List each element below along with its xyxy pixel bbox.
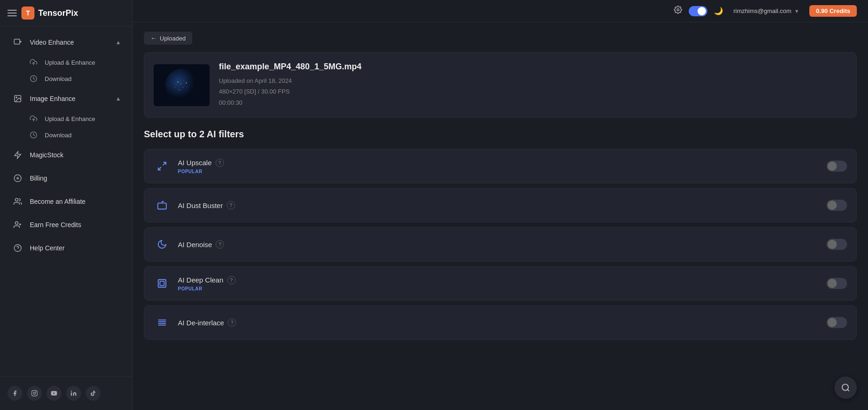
youtube-link[interactable] bbox=[47, 386, 61, 401]
logo: T TensorPix bbox=[21, 7, 78, 20]
sidebar-item-video-download[interactable]: Download bbox=[4, 71, 129, 87]
svg-point-22 bbox=[71, 390, 72, 391]
svg-point-18 bbox=[34, 392, 36, 395]
ai-denoise-details: AI Denoise ? bbox=[178, 240, 819, 249]
toggle-track[interactable] bbox=[689, 6, 707, 16]
linkedin-link[interactable] bbox=[66, 386, 81, 401]
ai-dust-buster-icon bbox=[154, 197, 170, 214]
ai-dust-buster-toggle[interactable] bbox=[827, 200, 847, 211]
toggle-thumb bbox=[698, 7, 706, 15]
user-email: rimzhims@gmail.com bbox=[733, 7, 791, 14]
image-enhance-label: Image Enhance bbox=[30, 95, 110, 102]
svg-point-26 bbox=[165, 69, 198, 101]
back-button[interactable]: ← Uploaded bbox=[144, 32, 192, 45]
ai-upscale-name: AI Upscale ? bbox=[178, 159, 819, 167]
file-name: file_example_MP4_480_1_5MG.mp4 bbox=[219, 62, 847, 72]
breadcrumb: ← Uploaded bbox=[144, 32, 857, 45]
sidebar-item-affiliate[interactable]: Become an Affiliate bbox=[4, 190, 129, 213]
ai-dust-buster-details: AI Dust Buster ? bbox=[178, 201, 819, 209]
magicstock-icon bbox=[11, 148, 24, 161]
svg-rect-0 bbox=[14, 39, 20, 44]
user-dropdown[interactable]: rimzhims@gmail.com ▼ bbox=[730, 6, 803, 16]
ai-de-interlace-help[interactable]: ? bbox=[228, 318, 236, 327]
credits-badge[interactable]: 0.90 Credits bbox=[809, 5, 857, 17]
video-enhance-label: Video Enhance bbox=[30, 39, 110, 46]
main-area: 🌙 rimzhims@gmail.com ▼ 0.90 Credits ← Up… bbox=[133, 0, 868, 410]
ai-upscale-toggle[interactable] bbox=[827, 161, 847, 172]
file-card: file_example_MP4_480_1_5MG.mp4 Uploaded … bbox=[144, 52, 857, 118]
ai-de-interlace-name: AI De-interlace ? bbox=[178, 318, 819, 327]
settings-icon[interactable] bbox=[674, 6, 682, 16]
ai-deep-clean-toggle[interactable] bbox=[827, 278, 847, 289]
file-duration: 00:00:30 bbox=[219, 99, 243, 106]
ai-dust-buster-help[interactable]: ? bbox=[227, 201, 235, 209]
magicstock-label: MagicStock bbox=[30, 151, 63, 159]
svg-rect-21 bbox=[71, 392, 72, 396]
ai-de-interlace-details: AI De-interlace ? bbox=[178, 318, 819, 327]
sidebar-item-image-enhance[interactable]: Image Enhance ▲ bbox=[4, 87, 129, 110]
sidebar-item-video-upload[interactable]: Upload & Enhance bbox=[4, 54, 129, 70]
sidebar-bottom bbox=[0, 376, 132, 410]
sidebar-item-free-credits[interactable]: Earn Free Credits bbox=[4, 214, 129, 236]
svg-point-33 bbox=[179, 89, 180, 90]
sidebar-item-image-download[interactable]: Download bbox=[4, 127, 129, 143]
filter-row-ai-denoise: AI Denoise ? bbox=[144, 227, 857, 262]
back-label: Uploaded bbox=[160, 35, 186, 42]
svg-point-35 bbox=[183, 87, 183, 87]
sidebar-item-image-upload[interactable]: Upload & Enhance bbox=[4, 111, 129, 127]
ai-denoise-toggle[interactable] bbox=[827, 239, 847, 250]
svg-rect-37 bbox=[158, 280, 166, 288]
sidebar-item-billing[interactable]: Billing bbox=[4, 167, 129, 189]
instagram-link[interactable] bbox=[27, 386, 42, 401]
search-fab-button[interactable] bbox=[834, 376, 857, 399]
svg-point-4 bbox=[16, 97, 17, 98]
theme-toggle[interactable] bbox=[689, 6, 707, 16]
cloud-upload-icon-image bbox=[30, 115, 39, 122]
file-meta: Uploaded on April 18, 2024 480×270 [SD] … bbox=[219, 75, 847, 108]
tiktok-link[interactable] bbox=[86, 386, 101, 401]
billing-label: Billing bbox=[30, 175, 47, 182]
ai-deep-clean-popular-badge: POPULAR bbox=[178, 286, 819, 291]
ai-dust-buster-name: AI Dust Buster ? bbox=[178, 201, 819, 209]
ai-de-interlace-toggle[interactable] bbox=[827, 317, 847, 328]
filters-title: Select up to 2 AI filters bbox=[144, 129, 857, 140]
svg-rect-17 bbox=[32, 390, 37, 396]
video-upload-label: Upload & Enhance bbox=[45, 59, 95, 66]
ai-deep-clean-toggle-knob bbox=[827, 279, 837, 288]
svg-point-12 bbox=[15, 222, 18, 224]
ai-denoise-toggle-knob bbox=[827, 240, 837, 249]
ai-upscale-help[interactable]: ? bbox=[216, 159, 224, 167]
file-thumbnail bbox=[154, 64, 210, 106]
svg-rect-38 bbox=[160, 282, 164, 286]
file-info: file_example_MP4_480_1_5MG.mp4 Uploaded … bbox=[219, 62, 847, 108]
topbar: 🌙 rimzhims@gmail.com ▼ 0.90 Credits bbox=[133, 0, 868, 22]
ai-de-interlace-icon bbox=[154, 314, 170, 331]
sidebar-item-video-enhance[interactable]: Video Enhance ▲ bbox=[4, 31, 129, 54]
ai-deep-clean-name: AI Deep Clean ? bbox=[178, 276, 819, 284]
svg-point-34 bbox=[176, 84, 176, 84]
ai-denoise-icon bbox=[154, 236, 170, 253]
free-credits-icon bbox=[11, 218, 24, 231]
image-enhance-icon bbox=[11, 92, 24, 105]
sidebar-item-help[interactable]: Help Center bbox=[4, 237, 129, 259]
svg-point-11 bbox=[15, 198, 18, 201]
svg-point-32 bbox=[187, 86, 188, 87]
ai-denoise-help[interactable]: ? bbox=[216, 240, 224, 249]
image-download-label: Download bbox=[45, 132, 72, 139]
sidebar-item-magicstock[interactable]: MagicStock bbox=[4, 144, 129, 166]
svg-point-28 bbox=[180, 83, 181, 84]
svg-point-43 bbox=[842, 384, 848, 390]
hamburger-button[interactable] bbox=[7, 10, 17, 16]
ai-deep-clean-help[interactable]: ? bbox=[227, 276, 236, 284]
moon-icon: 🌙 bbox=[714, 7, 723, 15]
ai-deep-clean-details: AI Deep Clean ? POPULAR bbox=[178, 276, 819, 291]
filter-row-ai-dust-buster: AI Dust Buster ? bbox=[144, 188, 857, 222]
free-credits-label: Earn Free Credits bbox=[30, 221, 81, 229]
svg-point-30 bbox=[186, 82, 187, 83]
svg-point-27 bbox=[177, 81, 178, 82]
sidebar-header: T TensorPix bbox=[0, 0, 132, 27]
user-dropdown-chevron: ▼ bbox=[794, 8, 799, 14]
sidebar: T TensorPix Video Enhance ▲ Upload & Enh… bbox=[0, 0, 133, 410]
facebook-link[interactable] bbox=[7, 386, 22, 401]
file-uploaded-on: Uploaded on April 18, 2024 bbox=[219, 77, 292, 84]
